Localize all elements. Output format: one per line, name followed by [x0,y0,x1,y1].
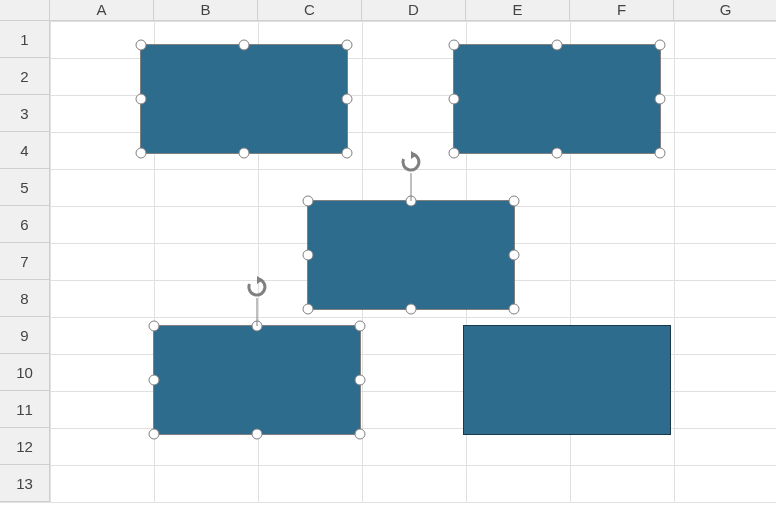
row-header[interactable]: 12 [0,428,50,465]
row-header[interactable]: 5 [0,169,50,206]
row-header[interactable]: 9 [0,317,50,354]
gridline-horizontal [0,317,776,318]
rectangle-shape[interactable] [307,200,515,310]
resize-handle[interactable] [355,375,366,386]
resize-handle[interactable] [449,148,460,159]
resize-handle[interactable] [342,94,353,105]
spreadsheet-canvas[interactable]: ABCDEFG12345678910111213 [0,0,776,505]
resize-handle[interactable] [303,250,314,261]
resize-handle[interactable] [303,304,314,315]
resize-handle[interactable] [239,148,250,159]
resize-handle[interactable] [136,40,147,51]
column-header[interactable]: D [362,0,466,21]
gridline-vertical [674,0,675,502]
row-header[interactable]: 2 [0,58,50,95]
resize-handle[interactable] [355,321,366,332]
resize-handle[interactable] [149,375,160,386]
resize-handle[interactable] [552,40,563,51]
resize-handle[interactable] [342,40,353,51]
row-header[interactable]: 8 [0,280,50,317]
row-header[interactable]: 13 [0,465,50,502]
column-header[interactable]: A [50,0,154,21]
gridline-vertical [50,0,51,502]
row-header[interactable]: 1 [0,21,50,58]
resize-handle[interactable] [355,429,366,440]
resize-handle[interactable] [136,94,147,105]
rectangle-shape[interactable] [153,325,361,435]
resize-handle[interactable] [655,40,666,51]
resize-handle[interactable] [509,196,520,207]
row-header[interactable]: 11 [0,391,50,428]
gridline-horizontal [0,169,776,170]
resize-handle[interactable] [655,148,666,159]
rectangle-shape[interactable] [463,325,671,435]
resize-handle[interactable] [406,196,417,207]
row-header[interactable]: 3 [0,95,50,132]
resize-handle[interactable] [136,148,147,159]
rotate-handle[interactable] [400,151,422,173]
row-header[interactable]: 7 [0,243,50,280]
resize-handle[interactable] [449,94,460,105]
rotate-handle[interactable] [246,276,268,298]
resize-handle[interactable] [406,304,417,315]
resize-handle[interactable] [239,40,250,51]
rectangle-shape[interactable] [453,44,661,154]
resize-handle[interactable] [252,429,263,440]
resize-handle[interactable] [509,250,520,261]
resize-handle[interactable] [149,429,160,440]
column-header[interactable]: C [258,0,362,21]
gridline-horizontal [0,21,776,22]
rectangle-shape[interactable] [140,44,348,154]
resize-handle[interactable] [252,321,263,332]
resize-handle[interactable] [509,304,520,315]
resize-handle[interactable] [149,321,160,332]
resize-handle[interactable] [303,196,314,207]
select-all-corner[interactable] [0,0,50,21]
resize-handle[interactable] [552,148,563,159]
column-header[interactable]: E [466,0,570,21]
resize-handle[interactable] [342,148,353,159]
row-header[interactable]: 10 [0,354,50,391]
resize-handle[interactable] [449,40,460,51]
column-header[interactable]: B [154,0,258,21]
resize-handle[interactable] [655,94,666,105]
gridline-horizontal [0,502,776,503]
row-header[interactable]: 4 [0,132,50,169]
gridline-horizontal [0,465,776,466]
column-header[interactable]: G [674,0,776,21]
row-header[interactable]: 6 [0,206,50,243]
column-header[interactable]: F [570,0,674,21]
